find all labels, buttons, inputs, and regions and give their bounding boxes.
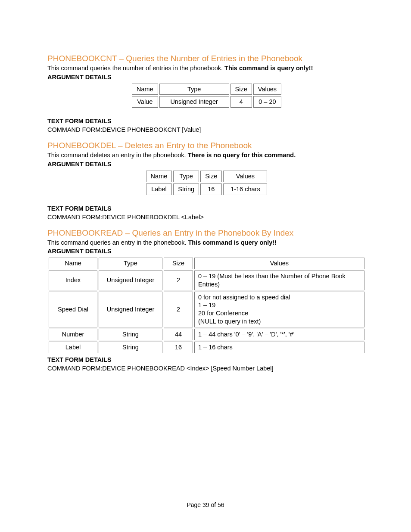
section-phonebookcnt: PHONEBOOKCNT – Queries the Number of Ent… xyxy=(47,54,366,133)
arg-details-label: ARGUMENT DETAILS xyxy=(47,248,366,255)
th-name: Name xyxy=(49,258,97,269)
table-header-row: Name Type Size Values xyxy=(132,84,281,95)
th-type: Type xyxy=(159,84,229,95)
td-name: Index xyxy=(49,271,97,290)
text-form-value: COMMAND FORM:DEVICE PHONEBOOKDEL <Label> xyxy=(47,214,366,221)
heading-phonebookcnt: PHONEBOOKCNT – Queries the Number of Ent… xyxy=(47,54,366,63)
td-values: 1 – 16 chars xyxy=(194,342,364,353)
td-name: Label xyxy=(49,342,97,353)
table-phonebookcnt: Name Type Size Values Value Unsigned Int… xyxy=(131,82,283,109)
desc-text: This command deletes an entry in the pho… xyxy=(47,152,188,159)
td-size: 44 xyxy=(164,329,193,340)
th-name: Name xyxy=(146,171,172,182)
td-size: 2 xyxy=(164,271,193,290)
td-type: String xyxy=(173,184,199,195)
th-size: Size xyxy=(230,84,252,95)
td-values: 1 – 44 chars '0' – '9', 'A' – 'D', '*', … xyxy=(194,329,364,340)
th-type: Type xyxy=(173,171,199,182)
th-name: Name xyxy=(132,84,158,95)
desc-phonebookread: This command queries an entry in the pho… xyxy=(47,239,366,247)
table-row: Label String 16 1 – 16 chars xyxy=(49,342,364,353)
desc-text: This command queries an entry in the pho… xyxy=(47,239,188,246)
desc-phonebookdel: This command deletes an entry in the pho… xyxy=(47,151,366,160)
text-form-label: TEXT FORM DETAILS xyxy=(47,356,366,363)
td-values: 1-16 chars xyxy=(223,184,267,195)
table-row: Value Unsigned Integer 4 0 – 20 xyxy=(132,96,281,108)
td-type: Unsigned Integer xyxy=(99,292,162,327)
table-header-row: Name Type Size Values xyxy=(146,171,268,182)
td-name: Number xyxy=(49,329,97,340)
value-line: 0 for not assigned to a speed dial xyxy=(198,294,290,301)
td-size: 4 xyxy=(230,96,252,108)
table-row: Speed Dial Unsigned Integer 2 0 for not … xyxy=(49,292,364,327)
value-line: 20 for Conference xyxy=(198,310,248,317)
table-phonebookread: Name Type Size Values Index Unsigned Int… xyxy=(47,256,366,355)
th-size: Size xyxy=(164,258,193,269)
table-header-row: Name Type Size Values xyxy=(49,258,364,269)
td-size: 16 xyxy=(164,342,193,353)
table-row: Number String 44 1 – 44 chars '0' – '9',… xyxy=(49,329,364,340)
value-line: (NULL to query in text) xyxy=(198,318,261,325)
table-row: Index Unsigned Integer 2 0 – 19 (Must be… xyxy=(49,271,364,290)
td-type: Unsigned Integer xyxy=(99,271,162,290)
td-name: Speed Dial xyxy=(49,292,97,327)
section-phonebookdel: PHONEBOOKDEL – Deletes an Entry to the P… xyxy=(47,141,366,220)
table-phonebookdel: Name Type Size Values Label String 16 1-… xyxy=(145,169,269,196)
th-type: Type xyxy=(99,258,162,269)
desc-text: This command queries the number of entri… xyxy=(47,65,224,72)
th-values: Values xyxy=(253,84,281,95)
td-type: Unsigned Integer xyxy=(159,96,229,108)
th-values: Values xyxy=(223,171,267,182)
text-form-label: TEXT FORM DETAILS xyxy=(47,205,366,212)
text-form-label: TEXT FORM DETAILS xyxy=(47,118,366,124)
desc-bold: There is no query for this command. xyxy=(188,152,296,159)
desc-bold: This command is query only!! xyxy=(224,65,313,72)
desc-bold: This command is query only!! xyxy=(188,239,276,246)
section-phonebookread: PHONEBOOKREAD – Queries an Entry in the … xyxy=(47,228,366,372)
td-values: 0 for not assigned to a speed dial 1 – 1… xyxy=(194,292,364,327)
page-content: PHONEBOOKCNT – Queries the Number of Ent… xyxy=(0,0,411,532)
page-footer: Page 39 of 56 xyxy=(0,501,411,508)
td-name: Value xyxy=(132,96,158,108)
value-line: 1 – 19 xyxy=(198,302,215,308)
table-row: Label String 16 1-16 chars xyxy=(146,184,268,195)
heading-phonebookread: PHONEBOOKREAD – Queries an Entry in the … xyxy=(47,228,366,238)
td-name: Label xyxy=(146,184,172,195)
td-size: 2 xyxy=(164,292,193,327)
td-type: String xyxy=(99,342,162,353)
text-form-value: COMMAND FORM:DEVICE PHONEBOOKCNT [Value] xyxy=(47,126,366,133)
text-form-value: COMMAND FORM:DEVICE PHONEBOOKREAD <Index… xyxy=(47,365,366,372)
th-values: Values xyxy=(194,258,364,269)
td-values: 0 – 19 (Must be less than the Number of … xyxy=(194,271,364,290)
heading-phonebookdel: PHONEBOOKDEL – Deletes an Entry to the P… xyxy=(47,141,366,150)
td-values: 0 – 20 xyxy=(253,96,281,108)
td-size: 16 xyxy=(200,184,222,195)
td-type: String xyxy=(99,329,162,340)
arg-details-label: ARGUMENT DETAILS xyxy=(47,161,366,168)
arg-details-label: ARGUMENT DETAILS xyxy=(47,74,366,81)
desc-phonebookcnt: This command queries the number of entri… xyxy=(47,64,366,73)
th-size: Size xyxy=(200,171,222,182)
